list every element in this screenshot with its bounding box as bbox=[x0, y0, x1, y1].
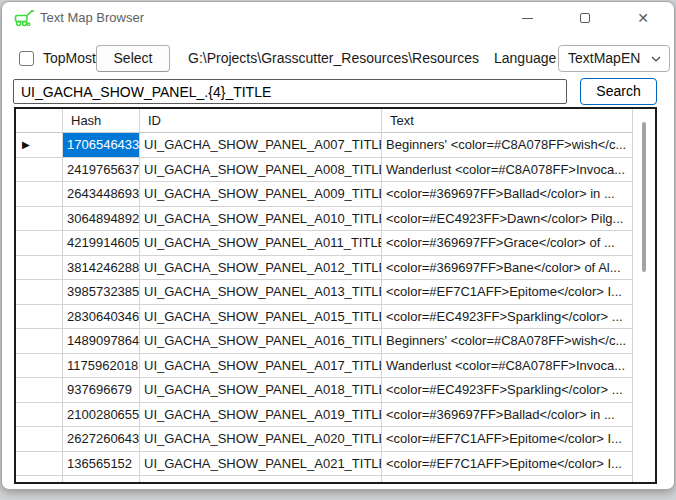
id-cell[interactable]: UI_GACHA_SHOW_PANEL_A013_TITLE bbox=[140, 280, 382, 305]
id-cell[interactable]: UI_GACHA_SHOW_PANEL_A019_TITLE bbox=[140, 403, 382, 428]
grid-header: Hash ID Text bbox=[16, 109, 633, 133]
minimize-button[interactable] bbox=[498, 2, 556, 34]
id-column-header[interactable]: ID bbox=[140, 109, 382, 133]
hash-cell[interactable]: 136565152 bbox=[63, 452, 140, 477]
text-cell[interactable]: <color=#EF7C1AFF>Epitome</color> I... bbox=[382, 427, 633, 452]
table-row[interactable]: 2830640346 UI_GACHA_SHOW_PANEL_A015_TITL… bbox=[16, 305, 633, 330]
row-selector[interactable] bbox=[16, 182, 63, 207]
scrollbar-thumb[interactable] bbox=[642, 122, 646, 272]
minimize-icon bbox=[522, 18, 533, 19]
table-row[interactable]: 2643448693 UI_GACHA_SHOW_PANEL_A009_TITL… bbox=[16, 182, 633, 207]
table-row[interactable]: 2100280655 UI_GACHA_SHOW_PANEL_A019_TITL… bbox=[16, 403, 633, 428]
row-selector[interactable] bbox=[16, 231, 63, 256]
maximize-button[interactable] bbox=[556, 2, 614, 34]
row-selector[interactable] bbox=[16, 378, 63, 403]
vertical-scrollbar[interactable] bbox=[633, 109, 655, 482]
table-row[interactable]: ▶ 1706546433 UI_GACHA_SHOW_PANEL_A007_TI… bbox=[16, 133, 633, 158]
text-cell[interactable]: Beginners' <color=#C8A078FF>wish</c... bbox=[382, 133, 633, 158]
id-cell[interactable]: UI_GACHA_SHOW_PANEL_A015_TITLE bbox=[140, 305, 382, 330]
text-cell[interactable]: <color=#EF7C1AFF>Epitome</color> I... bbox=[382, 280, 633, 305]
hash-cell[interactable]: 2830640346 bbox=[63, 305, 140, 330]
hash-cell[interactable]: 3985732385 bbox=[63, 280, 140, 305]
id-cell[interactable]: UI_GACHA_SHOW_PANEL_A018_TITLE bbox=[140, 378, 382, 403]
text-cell[interactable]: Wanderlust <color=#C8A078FF>Invoca... bbox=[382, 354, 633, 379]
text-cell[interactable]: <color=#EC4923FF>Sparkling</color> ... bbox=[382, 305, 633, 330]
hash-cell[interactable]: 3814246288 bbox=[63, 256, 140, 281]
hash-cell[interactable]: 3064894892 bbox=[63, 207, 140, 232]
table-row[interactable]: 136565152 UI_GACHA_SHOW_PANEL_A021_TITLE… bbox=[16, 452, 633, 477]
text-column-header[interactable]: Text bbox=[382, 109, 633, 133]
window-controls: ✕ bbox=[498, 2, 672, 34]
language-value: TextMapEN bbox=[568, 50, 640, 66]
id-cell[interactable]: UI_GACHA_SHOW_PANEL_A009_TITLE bbox=[140, 182, 382, 207]
hash-cell[interactable]: 1706546433 bbox=[63, 133, 140, 158]
table-row[interactable]: 326122427 UI_GACHA_SHOW_PANEL_A022_TITLE… bbox=[16, 476, 633, 484]
text-cell[interactable]: <color=#EC4923FF>Dawn</color> Pilg... bbox=[382, 207, 633, 232]
text-cell[interactable]: Wanderlust <color=#757acdFF>Invocat... bbox=[382, 476, 633, 484]
chevron-down-icon bbox=[651, 56, 661, 62]
table-row[interactable]: 1175962018 UI_GACHA_SHOW_PANEL_A017_TITL… bbox=[16, 354, 633, 379]
hash-cell[interactable]: 937696679 bbox=[63, 378, 140, 403]
row-selector[interactable] bbox=[16, 280, 63, 305]
table-row[interactable]: 3814246288 UI_GACHA_SHOW_PANEL_A012_TITL… bbox=[16, 256, 633, 281]
id-cell[interactable]: UI_GACHA_SHOW_PANEL_A007_TITLE bbox=[140, 133, 382, 158]
row-selector[interactable] bbox=[16, 452, 63, 477]
row-selector[interactable] bbox=[16, 207, 63, 232]
table-row[interactable]: 3064894892 UI_GACHA_SHOW_PANEL_A010_TITL… bbox=[16, 207, 633, 232]
close-button[interactable]: ✕ bbox=[614, 2, 672, 34]
table-row[interactable]: 937696679 UI_GACHA_SHOW_PANEL_A018_TITLE… bbox=[16, 378, 633, 403]
hash-cell[interactable]: 2100280655 bbox=[63, 403, 140, 428]
hash-cell[interactable]: 326122427 bbox=[63, 476, 140, 484]
id-cell[interactable]: UI_GACHA_SHOW_PANEL_A010_TITLE bbox=[140, 207, 382, 232]
grid-body: ▶ 1706546433 UI_GACHA_SHOW_PANEL_A007_TI… bbox=[16, 133, 633, 484]
row-selector[interactable] bbox=[16, 354, 63, 379]
table-row[interactable]: 4219914605 UI_GACHA_SHOW_PANEL_A011_TITL… bbox=[16, 231, 633, 256]
hash-cell[interactable]: 2419765637 bbox=[63, 158, 140, 183]
search-input[interactable] bbox=[13, 79, 567, 104]
id-cell[interactable]: UI_GACHA_SHOW_PANEL_A022_TITLE bbox=[140, 476, 382, 484]
text-cell[interactable]: <color=#369697FF>Ballad</color> in ... bbox=[382, 403, 633, 428]
hash-cell[interactable]: 2643448693 bbox=[63, 182, 140, 207]
selector-column-header[interactable] bbox=[16, 109, 63, 133]
titlebar: Text Map Browser ✕ bbox=[2, 2, 674, 34]
text-cell[interactable]: <color=#369697FF>Grace</color> of ... bbox=[382, 231, 633, 256]
search-button[interactable]: Search bbox=[580, 78, 657, 105]
row-selector[interactable] bbox=[16, 305, 63, 330]
id-cell[interactable]: UI_GACHA_SHOW_PANEL_A021_TITLE bbox=[140, 452, 382, 477]
hash-cell[interactable]: 4219914605 bbox=[63, 231, 140, 256]
id-cell[interactable]: UI_GACHA_SHOW_PANEL_A012_TITLE bbox=[140, 256, 382, 281]
hash-cell[interactable]: 2627260643 bbox=[63, 427, 140, 452]
language-dropdown[interactable]: TextMapEN bbox=[558, 45, 670, 72]
row-selector[interactable] bbox=[16, 427, 63, 452]
select-button[interactable]: Select bbox=[96, 45, 170, 72]
hash-cell[interactable]: 1489097864 bbox=[63, 329, 140, 354]
text-cell[interactable]: <color=#369697FF>Bane</color> of Al... bbox=[382, 256, 633, 281]
text-cell[interactable]: <color=#EC4923FF>Sparkling</color> ... bbox=[382, 378, 633, 403]
text-cell[interactable]: Wanderlust <color=#C8A078FF>Invoca... bbox=[382, 158, 633, 183]
text-cell[interactable]: <color=#EF7C1AFF>Epitome</color> I... bbox=[382, 452, 633, 477]
language-label: Language bbox=[494, 50, 556, 66]
id-cell[interactable]: UI_GACHA_SHOW_PANEL_A011_TITLE bbox=[140, 231, 382, 256]
id-cell[interactable]: UI_GACHA_SHOW_PANEL_A008_TITLE bbox=[140, 158, 382, 183]
hash-column-header[interactable]: Hash bbox=[63, 109, 140, 133]
row-selector[interactable] bbox=[16, 403, 63, 428]
id-cell[interactable]: UI_GACHA_SHOW_PANEL_A017_TITLE bbox=[140, 354, 382, 379]
row-selector[interactable] bbox=[16, 329, 63, 354]
window-title: Text Map Browser bbox=[40, 10, 144, 25]
row-selector[interactable]: ▶ bbox=[16, 133, 63, 158]
hash-cell[interactable]: 1175962018 bbox=[63, 354, 140, 379]
table-row[interactable]: 2419765637 UI_GACHA_SHOW_PANEL_A008_TITL… bbox=[16, 158, 633, 183]
table-row[interactable]: 3985732385 UI_GACHA_SHOW_PANEL_A013_TITL… bbox=[16, 280, 633, 305]
text-cell[interactable]: Beginners' <color=#C8A078FF>wish</c... bbox=[382, 329, 633, 354]
row-selector[interactable] bbox=[16, 476, 63, 484]
id-cell[interactable]: UI_GACHA_SHOW_PANEL_A016_TITLE bbox=[140, 329, 382, 354]
row-selector[interactable] bbox=[16, 256, 63, 281]
text-cell[interactable]: <color=#369697FF>Ballad</color> in ... bbox=[382, 182, 633, 207]
topmost-checkbox[interactable] bbox=[19, 51, 34, 66]
topmost-label: TopMost bbox=[43, 50, 96, 66]
table-row[interactable]: 1489097864 UI_GACHA_SHOW_PANEL_A016_TITL… bbox=[16, 329, 633, 354]
table-row[interactable]: 2627260643 UI_GACHA_SHOW_PANEL_A020_TITL… bbox=[16, 427, 633, 452]
id-cell[interactable]: UI_GACHA_SHOW_PANEL_A020_TITLE bbox=[140, 427, 382, 452]
maximize-icon bbox=[580, 13, 590, 23]
row-selector[interactable] bbox=[16, 158, 63, 183]
